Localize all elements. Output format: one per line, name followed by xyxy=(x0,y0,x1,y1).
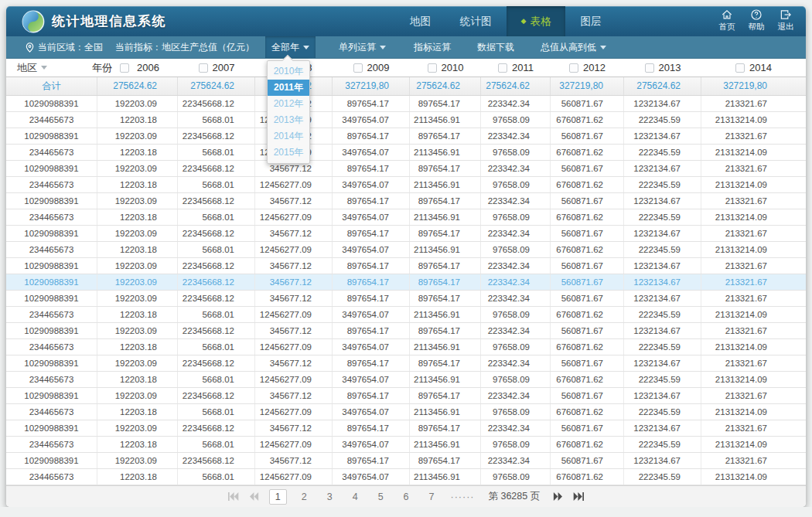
table-row[interactable]: 23446567312203.185668.0112456277.0934976… xyxy=(6,209,806,226)
region-column-header[interactable]: 地区 xyxy=(6,59,97,77)
sort-order-label: 总值从高到低 xyxy=(541,41,596,54)
year-label: 2006 xyxy=(137,62,159,73)
table-row[interactable]: 10290988391192203.0922345668.12345677.12… xyxy=(6,226,806,242)
year-checkbox[interactable] xyxy=(735,63,745,73)
page-button[interactable]: 2 xyxy=(296,490,312,504)
page-button[interactable]: 1 xyxy=(269,489,287,505)
table-row[interactable]: 23446567312203.185668.0112456277.0934976… xyxy=(6,242,806,258)
indicator-operation-button[interactable]: 指标运算 xyxy=(408,36,457,58)
year-checkbox[interactable] xyxy=(353,63,363,73)
table-row[interactable]: 10290988391192203.0922345668.12345677.12… xyxy=(6,291,806,307)
table-row[interactable]: 23446567312203.185668.0112456277.0934976… xyxy=(6,469,806,485)
table-row[interactable]: 10290988391192203.0922345668.12345677.12… xyxy=(6,258,806,274)
table-header-row: 地区年份200620072008200920102011201220132014 xyxy=(6,59,806,77)
table-row[interactable]: 23446567312203.185668.0112456277.0934976… xyxy=(6,404,806,420)
quick-links: 首页帮助退出 xyxy=(716,9,797,32)
table-row[interactable]: 23446567312203.185668.0112456277.0934976… xyxy=(6,177,806,193)
value-cell: 897654.17 xyxy=(333,453,410,468)
column-operation-button[interactable]: 单列运算 xyxy=(333,36,392,58)
prev-page-button[interactable] xyxy=(248,492,260,501)
table-row[interactable]: 23446567312203.185668.0112456277.0934976… xyxy=(6,437,806,453)
value-cell: 897654.17 xyxy=(333,388,410,403)
page-button[interactable]: 3 xyxy=(322,490,338,504)
column-operation-label: 单列运算 xyxy=(339,41,376,54)
region-cell: 10290988391 xyxy=(6,96,97,111)
value-cell: 21313214.09 xyxy=(701,469,806,485)
quicklink-help[interactable]: 帮助 xyxy=(745,9,767,32)
value-cell: 345677.12 xyxy=(255,355,333,371)
year-column-header: 2007 xyxy=(178,59,255,77)
value-cell: 21313214.09 xyxy=(701,209,806,225)
year-option[interactable]: 2010年 xyxy=(268,63,309,80)
year-checkbox[interactable] xyxy=(120,63,129,73)
table-body: 10290988391192203.0922345668.12345677.12… xyxy=(6,96,806,485)
value-cell: 22345668.12 xyxy=(178,193,255,209)
value-cell: 97658.09 xyxy=(481,469,551,485)
data-download-button[interactable]: 数据下载 xyxy=(471,36,520,58)
table-row[interactable]: 10290988391192203.0922345668.12345677.12… xyxy=(6,420,806,437)
value-cell: 22345668.12 xyxy=(178,453,255,468)
next-page-button[interactable] xyxy=(552,492,564,501)
total-cell: 275624.62 xyxy=(481,77,551,95)
table-row[interactable]: 23446567312203.185668.0112456277.0934976… xyxy=(6,372,806,388)
region-cell: 10290988391 xyxy=(6,193,97,209)
nav-tab-chart[interactable]: 统计图 xyxy=(445,6,507,36)
table-row[interactable]: 10290988391192203.0922345668.12345677.12… xyxy=(6,323,806,339)
table-row[interactable]: 10290988391192203.0922345668.12345677.12… xyxy=(6,355,806,372)
year-column-header: 年份2006 xyxy=(97,59,178,77)
table-row[interactable]: 10290988391192203.0922345668.12345677.12… xyxy=(6,161,806,177)
value-cell: 897654.17 xyxy=(410,258,481,274)
table-row[interactable]: 23446567312203.185668.0112456277.0934976… xyxy=(6,112,806,128)
value-cell: 2113456.91 xyxy=(410,307,481,322)
value-cell: 213321.67 xyxy=(701,193,806,209)
nav-tab-map[interactable]: 地图 xyxy=(395,6,445,36)
total-cell: 275624.62 xyxy=(410,77,481,95)
value-cell: 2113456.91 xyxy=(410,437,481,452)
year-checkbox[interactable] xyxy=(199,63,208,73)
value-cell: 6760871.62 xyxy=(551,307,624,322)
page-button[interactable]: 4 xyxy=(347,490,363,504)
page-button[interactable]: 5 xyxy=(373,490,389,504)
table-row[interactable]: 23446567312203.185668.0112456277.0934976… xyxy=(6,339,806,355)
year-label: 2009 xyxy=(367,62,390,73)
year-filter-button[interactable]: 全部年 xyxy=(265,36,316,58)
year-option[interactable]: 2015年 xyxy=(268,145,309,161)
value-cell: 192203.09 xyxy=(97,323,178,338)
indicator-operation-label: 指标运算 xyxy=(414,41,451,54)
page-button[interactable]: 7 xyxy=(424,490,440,504)
value-cell: 1232134.67 xyxy=(624,226,701,241)
table-row[interactable]: 10290988391192203.0922345668.12345677.12… xyxy=(6,96,806,112)
year-option[interactable]: 2014年 xyxy=(268,128,309,145)
first-page-button[interactable] xyxy=(227,492,239,501)
year-column-header: 2012 xyxy=(551,59,624,77)
table-row[interactable]: 10290988391192203.0922345668.12345677.12… xyxy=(6,388,806,404)
table-row[interactable]: 23446567312203.185668.0112456277.0934976… xyxy=(6,145,806,161)
total-cell: 327219,80 xyxy=(701,77,806,95)
data-download-label: 数据下载 xyxy=(477,41,514,54)
value-cell: 345677.12 xyxy=(255,388,333,403)
year-option[interactable]: 2013年 xyxy=(268,112,309,128)
table-row[interactable]: 23446567312203.185668.0112456277.0934976… xyxy=(6,307,806,323)
value-cell: 213321.67 xyxy=(701,355,806,371)
year-checkbox[interactable] xyxy=(428,63,437,73)
sort-order-button[interactable]: 总值从高到低 xyxy=(534,36,612,58)
nav-tab-layers[interactable]: 图层 xyxy=(565,6,616,36)
value-cell: 897654.17 xyxy=(333,226,410,241)
table-row[interactable]: 10290988391192203.0922345668.12345677.12… xyxy=(6,193,806,209)
value-cell: 97658.09 xyxy=(481,372,551,387)
year-checkbox[interactable] xyxy=(498,63,507,73)
year-checkbox[interactable] xyxy=(569,63,578,73)
quicklink-home[interactable]: 首页 xyxy=(716,9,738,32)
page-button[interactable]: 6 xyxy=(398,490,415,504)
year-option[interactable]: 2011年 xyxy=(268,80,309,96)
table-row[interactable]: 10290988391192203.0922345668.12345677.12… xyxy=(6,274,806,291)
last-page-button[interactable] xyxy=(573,492,585,501)
table-row[interactable]: 10290988391192203.0922345668.12345677.12… xyxy=(6,453,806,469)
quicklink-logout[interactable]: 退出 xyxy=(775,9,797,32)
table-row[interactable]: 10290988391192203.0922345668.12345677.12… xyxy=(6,128,806,145)
year-option[interactable]: 2012年 xyxy=(268,96,309,112)
year-checkbox[interactable] xyxy=(645,63,654,73)
nav-tab-table[interactable]: ◆表格 xyxy=(507,6,566,36)
value-cell: 6760871.62 xyxy=(551,372,624,387)
value-cell: 560871.67 xyxy=(551,420,624,436)
